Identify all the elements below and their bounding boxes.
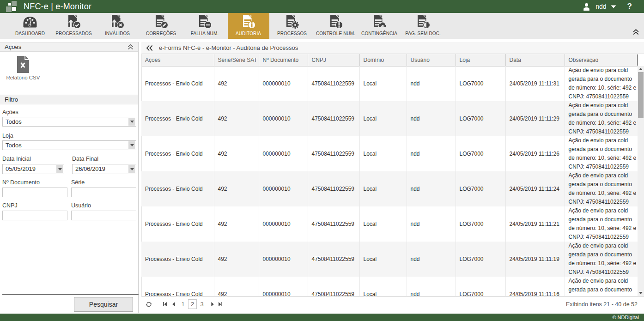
ribbon-tab-dashboard[interactable]: DASHBOARD <box>9 13 51 39</box>
acoes-filter-label: Ações <box>2 109 136 116</box>
loja-select-value: Todos <box>3 141 136 150</box>
page-number-2[interactable]: 2 <box>188 299 197 309</box>
data-grid: AçõesSérie/Série SATNº DocumentoCNPJDomí… <box>141 54 644 296</box>
table-cell: 24/05/2019 11:11:21 <box>505 206 565 242</box>
table-cell: ndd <box>407 171 456 206</box>
ribbon-tab-label: CONTROLE NUM. <box>316 31 355 36</box>
table-cell: 24/05/2019 11:11:16 <box>505 277 565 296</box>
ribbon-tab-falha-num[interactable]: FALHA NUM. <box>184 13 225 39</box>
page-prev-icon[interactable] <box>172 302 176 307</box>
table-row[interactable]: Processos - Envio Cold492000000010475084… <box>141 171 638 206</box>
actions-panel-title: Ações <box>5 43 128 50</box>
column-header[interactable]: Nº Documento <box>259 54 308 66</box>
ribbon-tab-controle-num[interactable]: CONTROLE NUM. <box>315 13 357 39</box>
table-cell: 000000010 <box>259 171 308 206</box>
table-cell: Ação de envio para cold gerada para o do… <box>565 206 638 242</box>
scroll-up-icon[interactable] <box>638 66 644 72</box>
table-row[interactable]: Processos - Envio Cold492000000010475084… <box>141 206 638 242</box>
table-cell: 000000010 <box>259 66 308 101</box>
loja-select[interactable]: Todos <box>2 140 136 150</box>
data-inicial-label: Data Inicial <box>2 156 31 163</box>
column-header[interactable]: Série/Série SAT <box>214 54 259 66</box>
page-next-icon[interactable] <box>211 302 214 307</box>
column-header[interactable]: Ações <box>141 54 214 66</box>
table-cell: Local <box>359 66 407 101</box>
column-header[interactable]: Loja <box>456 54 505 66</box>
ribbon-tab-processos[interactable]: PROCESSOS <box>271 13 313 39</box>
table-cell: Processos - Envio Cold <box>141 136 214 171</box>
sidebar-separator <box>2 294 139 295</box>
cnpj-input[interactable] <box>2 211 67 220</box>
column-header[interactable]: Usuário <box>407 54 456 66</box>
column-header[interactable]: Domínio <box>359 54 407 66</box>
ribbon-tab-auditoria[interactable]: AUDITORIA <box>228 13 269 39</box>
doc-minus-icon <box>198 14 212 29</box>
data-final-picker[interactable]: 26/06/2019 <box>72 164 136 174</box>
table-cell: 47508411022559 <box>308 277 359 296</box>
page-number-1[interactable]: 1 <box>181 301 185 308</box>
table-cell: 24/05/2019 11:11:24 <box>505 171 565 206</box>
table-cell: Local <box>359 101 407 136</box>
table-row[interactable]: Processos - Envio Cold492000000010475084… <box>141 242 638 277</box>
refresh-icon[interactable] <box>146 301 152 308</box>
chevron-down-icon <box>130 144 134 146</box>
table-cell: 492 <box>214 101 259 136</box>
ribbon-tab-corre-es[interactable]: CORREÇÕES <box>140 13 182 39</box>
ribbon-tab-conting-ncia[interactable]: CONTINGÊNCIA <box>358 13 400 39</box>
table-cell: 492 <box>214 171 259 206</box>
relatorio-csv-button[interactable]: Relatório CSV <box>5 56 42 80</box>
table-cell: 492 <box>214 206 259 242</box>
pesquisar-button[interactable]: Pesquisar <box>74 297 133 312</box>
acoes-select-arrow[interactable] <box>128 118 135 126</box>
collapse-panel-icon[interactable] <box>128 44 134 50</box>
table-row[interactable]: Processos - Envio Cold492000000010475084… <box>141 136 638 171</box>
pager-status: Exibindo itens 21 - 40 de 52 <box>566 301 644 308</box>
user-icon <box>583 3 590 11</box>
serie-input[interactable] <box>71 188 136 197</box>
page-number-3[interactable]: 3 <box>200 301 204 308</box>
ribbon-tab-pag-sem-doc[interactable]: PAG. SEM DOC. <box>402 13 444 39</box>
table-cell: 24/05/2019 11:11:19 <box>505 242 565 277</box>
documento-input[interactable] <box>2 188 67 197</box>
data-final-arrow[interactable] <box>128 165 135 173</box>
ribbon-tab-inv-lidos[interactable]: INVÁLIDOS <box>97 13 138 39</box>
chevron-down-icon[interactable] <box>611 5 616 8</box>
data-inicial-arrow[interactable] <box>56 165 63 173</box>
data-inicial-picker[interactable]: 05/05/2019 <box>2 164 64 174</box>
page-first-icon[interactable] <box>163 302 167 307</box>
column-header[interactable]: Observação <box>565 54 638 66</box>
ribbon-collapse-icon[interactable] <box>633 29 639 35</box>
scrollbar-thumb[interactable] <box>638 72 644 118</box>
table-cell: Processos - Envio Cold <box>141 171 214 206</box>
user-menu[interactable]: ndd <box>595 3 606 10</box>
page-last-icon[interactable] <box>219 302 222 307</box>
doc-upload-error-icon <box>110 14 124 29</box>
loja-select-arrow[interactable] <box>128 141 135 149</box>
scroll-down-icon[interactable] <box>638 290 644 296</box>
table-row[interactable]: Processos - Envio Cold492000000010475084… <box>141 277 638 296</box>
vertical-scrollbar[interactable] <box>638 66 644 296</box>
table-cell: Local <box>359 171 407 206</box>
column-header[interactable]: CNPJ <box>308 54 359 66</box>
table-cell: Processos - Envio Cold <box>141 101 214 136</box>
chevron-down-icon <box>130 168 134 170</box>
data-inicial-value: 05/05/2019 <box>3 164 64 173</box>
table-cell: Processos - Envio Cold <box>141 66 214 101</box>
table-cell: Ação de envio para cold gerada para o do… <box>565 171 638 206</box>
table-cell: Processos - Envio Cold <box>141 242 214 277</box>
collapse-left-icon[interactable] <box>146 45 153 51</box>
table-cell: 47508411022559 <box>308 171 359 206</box>
action-item-label: Relatório CSV <box>5 75 42 80</box>
table-row[interactable]: Processos - Envio Cold492000000010475084… <box>141 101 638 136</box>
ribbon-tab-processados[interactable]: PROCESSADOS <box>53 13 95 39</box>
table-cell: 000000010 <box>259 206 308 242</box>
column-header[interactable]: Data <box>505 54 565 66</box>
table-row[interactable]: Processos - Envio Cold492000000010475084… <box>141 66 638 101</box>
doc-gear-icon <box>285 14 299 29</box>
usuario-input[interactable] <box>71 211 136 220</box>
table-cell: 47508411022559 <box>308 101 359 136</box>
help-button[interactable]: ? <box>627 2 632 11</box>
acoes-select[interactable]: Todos <box>2 117 136 127</box>
ribbon-tab-label: CONTINGÊNCIA <box>361 31 397 36</box>
table-cell: ndd <box>407 66 456 101</box>
